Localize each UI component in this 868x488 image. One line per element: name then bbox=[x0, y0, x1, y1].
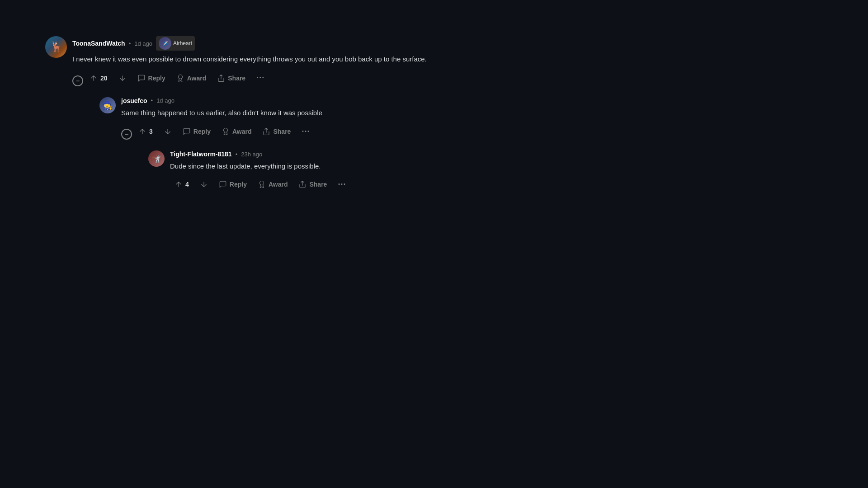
more-button-3[interactable]: ··· bbox=[333, 177, 350, 192]
reply-button-2[interactable]: Reply bbox=[178, 125, 215, 138]
downvote-button-2[interactable] bbox=[159, 125, 176, 138]
vote-count-2: 3 bbox=[149, 128, 153, 135]
upvote-button-1[interactable]: 20 bbox=[85, 71, 112, 85]
vote-count-1: 20 bbox=[100, 75, 108, 82]
upvote-icon-2 bbox=[138, 127, 146, 136]
share-label-2: Share bbox=[273, 128, 291, 135]
comment-body-2: josuefco • 1d ago Same thing happened to… bbox=[121, 97, 633, 192]
comment-tightflatworm: Tight-Flatworm-8181 • 23h ago Dude since… bbox=[148, 150, 633, 192]
award-label-2: Award bbox=[232, 128, 252, 135]
downvote-button-3[interactable] bbox=[195, 178, 212, 191]
separator-dot-3: • bbox=[236, 151, 238, 158]
award-icon-2 bbox=[222, 127, 230, 136]
share-button-3[interactable]: Share bbox=[294, 178, 331, 191]
action-bar-3: 4 bbox=[170, 177, 633, 192]
replies-container-1: josuefco • 1d ago Same thing happened to… bbox=[72, 97, 633, 192]
reply-thread-josuefco: josuefco • 1d ago Same thing happened to… bbox=[72, 97, 633, 192]
page-container: ToonaSandWatch • 1d ago Airheart I never… bbox=[0, 0, 633, 192]
award-button-1[interactable]: Award bbox=[172, 71, 211, 85]
action-bar-1: − 20 bbox=[72, 70, 633, 86]
comment-body-1: ToonaSandWatch • 1d ago Airheart I never… bbox=[72, 36, 633, 192]
flair-label-1: Airheart bbox=[173, 40, 192, 47]
username-2: josuefco bbox=[121, 97, 147, 104]
svg-point-2 bbox=[259, 181, 264, 185]
avatar-toonasandwatch bbox=[45, 36, 67, 58]
award-label-1: Award bbox=[187, 75, 207, 82]
share-button-1[interactable]: Share bbox=[212, 71, 250, 85]
share-icon-3 bbox=[298, 180, 307, 188]
timestamp-3: 23h ago bbox=[241, 151, 262, 158]
reply-label-2: Reply bbox=[193, 128, 211, 135]
upvote-button-3[interactable]: 4 bbox=[170, 178, 193, 191]
share-button-2[interactable]: Share bbox=[258, 125, 295, 138]
action-bar-2: − 3 bbox=[121, 123, 633, 140]
comment-header-3: Tight-Flatworm-8181 • 23h ago bbox=[170, 150, 633, 158]
share-icon-2 bbox=[262, 127, 270, 136]
share-label-3: Share bbox=[309, 181, 327, 188]
comment-body-3: Tight-Flatworm-8181 • 23h ago Dude since… bbox=[170, 150, 633, 192]
upvote-button-2[interactable]: 3 bbox=[134, 125, 157, 138]
downvote-icon-3 bbox=[200, 180, 208, 188]
timestamp-2: 1d ago bbox=[156, 97, 175, 104]
award-icon-1 bbox=[176, 74, 184, 82]
reply-label-1: Reply bbox=[148, 75, 165, 82]
downvote-icon-1 bbox=[118, 74, 127, 82]
username-1: ToonaSandWatch bbox=[72, 40, 125, 47]
username-3: Tight-Flatworm-8181 bbox=[170, 150, 232, 158]
reply-button-1[interactable]: Reply bbox=[133, 71, 170, 85]
downvote-icon-2 bbox=[164, 127, 172, 136]
avatar-tightflatworm bbox=[148, 150, 165, 167]
reply-button-3[interactable]: Reply bbox=[214, 178, 251, 191]
flair-avatar-1 bbox=[159, 37, 171, 50]
downvote-button-1[interactable] bbox=[114, 71, 131, 85]
award-button-2[interactable]: Award bbox=[217, 125, 256, 138]
award-label-3: Award bbox=[269, 181, 288, 188]
avatar-column-main bbox=[45, 36, 67, 58]
more-button-2[interactable]: ··· bbox=[297, 124, 314, 139]
upvote-icon-3 bbox=[175, 180, 183, 188]
award-button-3[interactable]: Award bbox=[253, 178, 292, 191]
separator-dot-2: • bbox=[151, 97, 153, 104]
svg-point-0 bbox=[178, 75, 182, 79]
svg-point-1 bbox=[223, 128, 227, 132]
vote-count-3: 4 bbox=[185, 181, 189, 188]
timestamp-1: 1d ago bbox=[134, 40, 152, 47]
collapse-button-2[interactable]: − bbox=[121, 129, 132, 140]
reply-thread-tightflatworm: Tight-Flatworm-8181 • 23h ago Dude since… bbox=[121, 150, 633, 192]
more-button-1[interactable]: ··· bbox=[252, 70, 269, 85]
avatar-josuefco bbox=[99, 97, 116, 113]
replies-container-2: Tight-Flatworm-8181 • 23h ago Dude since… bbox=[121, 150, 633, 192]
collapse-button-1[interactable]: − bbox=[72, 75, 83, 86]
comment-text-2: Same thing happened to us earlier, also … bbox=[121, 108, 618, 118]
share-icon-1 bbox=[217, 74, 225, 82]
flair-1: Airheart bbox=[156, 36, 195, 51]
comment-text-3: Dude since the last update, everything i… bbox=[170, 161, 633, 172]
reply-icon-3 bbox=[219, 180, 227, 188]
share-label-1: Share bbox=[228, 75, 245, 82]
comment-text-1: I never knew it was even possible to dro… bbox=[72, 54, 570, 65]
comment-header-1: ToonaSandWatch • 1d ago Airheart bbox=[72, 36, 633, 51]
award-icon-3 bbox=[258, 180, 266, 188]
reply-label-3: Reply bbox=[230, 181, 247, 188]
separator-dot-1: • bbox=[129, 40, 131, 47]
comment-thread: ToonaSandWatch • 1d ago Airheart I never… bbox=[45, 36, 633, 192]
reply-icon-1 bbox=[137, 74, 146, 82]
reply-icon-2 bbox=[183, 127, 191, 136]
upvote-icon-1 bbox=[90, 74, 98, 82]
comment-toonasandwatch: ToonaSandWatch • 1d ago Airheart I never… bbox=[45, 36, 633, 192]
comment-josuefco: josuefco • 1d ago Same thing happened to… bbox=[99, 97, 633, 192]
comment-header-2: josuefco • 1d ago bbox=[121, 97, 633, 104]
